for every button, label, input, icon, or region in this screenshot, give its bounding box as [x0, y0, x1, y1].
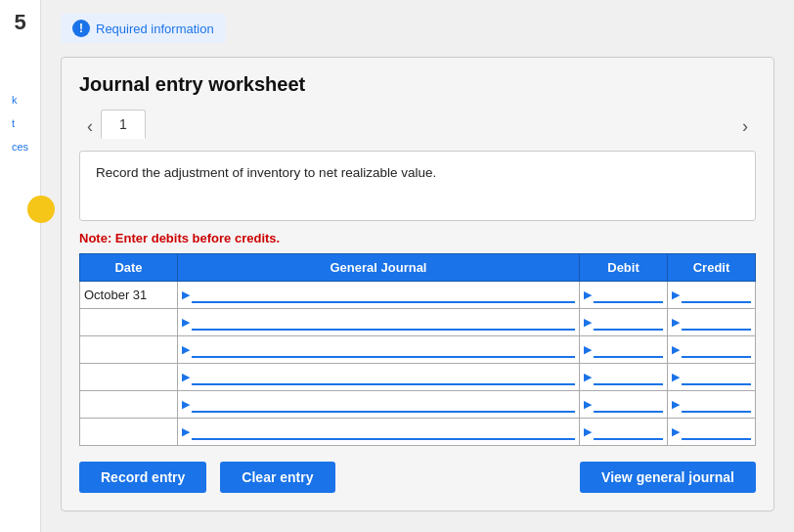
tab-navigation: ‹ 1 ›: [79, 110, 756, 139]
journal-input-4[interactable]: [192, 396, 575, 413]
table-row: ▶▶▶: [80, 336, 756, 364]
sidebar-links: k t ces: [12, 94, 28, 153]
clear-entry-button[interactable]: Clear entry: [220, 462, 334, 493]
journal-cell-0[interactable]: ▶: [178, 282, 580, 309]
worksheet-title: Journal entry worksheet: [79, 73, 756, 96]
sidebar-number: 5: [14, 10, 25, 35]
note-text: Note: Enter debits before credits.: [79, 231, 756, 245]
journal-cell-5[interactable]: ▶: [178, 419, 580, 446]
journal-table: Date General Journal Debit Credit Octobe…: [79, 253, 756, 446]
table-row: ▶▶▶: [80, 309, 756, 336]
sidebar: 5 k t ces: [0, 0, 41, 532]
worksheet-card: Journal entry worksheet ‹ 1 › Record the…: [61, 57, 774, 511]
note-prefix: Note:: [79, 231, 111, 245]
sidebar-link-2[interactable]: t: [12, 117, 28, 129]
journal-cell-3[interactable]: ▶: [178, 364, 580, 391]
debit-cell-3[interactable]: ▶: [580, 364, 668, 391]
credit-cell-1[interactable]: ▶: [668, 309, 756, 336]
info-icon: !: [72, 20, 90, 37]
required-info-bar: ! Required information: [61, 14, 226, 43]
col-header-debit: Debit: [580, 254, 668, 282]
journal-input-2[interactable]: [192, 341, 575, 358]
journal-input-5[interactable]: [192, 423, 575, 440]
note-body: Enter debits before credits.: [115, 231, 280, 245]
debit-cell-4[interactable]: ▶: [580, 391, 668, 419]
credit-cell-5[interactable]: ▶: [668, 419, 756, 446]
date-cell-3: [80, 364, 178, 391]
credit-cell-0[interactable]: ▶: [668, 282, 756, 309]
table-row: ▶▶▶: [80, 391, 756, 419]
table-row: ▶▶▶: [80, 419, 756, 446]
date-cell-5: [80, 419, 178, 446]
credit-input-4[interactable]: [682, 396, 751, 413]
sidebar-link-3[interactable]: ces: [12, 141, 28, 153]
date-cell-0: October 31: [80, 282, 178, 309]
credit-input-2[interactable]: [682, 341, 751, 358]
action-buttons: Record entry Clear entry View general jo…: [79, 462, 756, 493]
journal-input-1[interactable]: [192, 314, 575, 331]
debit-input-3[interactable]: [594, 369, 663, 385]
journal-cell-4[interactable]: ▶: [178, 391, 580, 419]
col-header-journal: General Journal: [178, 254, 580, 282]
table-row: ▶▶▶: [80, 364, 756, 391]
tab-1[interactable]: 1: [101, 110, 146, 139]
credit-input-0[interactable]: [682, 287, 751, 303]
credit-input-1[interactable]: [682, 314, 751, 331]
tab-prev-button[interactable]: ‹: [79, 113, 101, 139]
date-cell-1: [80, 309, 178, 336]
debit-input-1[interactable]: [594, 314, 663, 331]
debit-input-5[interactable]: [594, 423, 663, 440]
journal-input-0[interactable]: [192, 287, 575, 303]
journal-input-3[interactable]: [192, 369, 575, 385]
debit-cell-5[interactable]: ▶: [580, 419, 668, 446]
required-info-text: Required information: [96, 22, 214, 36]
credit-cell-3[interactable]: ▶: [668, 364, 756, 391]
table-row: October 31▶▶▶: [80, 282, 756, 309]
view-general-journal-button[interactable]: View general journal: [580, 462, 756, 493]
record-entry-button[interactable]: Record entry: [79, 462, 206, 493]
tab-next-button[interactable]: ›: [734, 113, 756, 139]
debit-cell-2[interactable]: ▶: [580, 336, 668, 364]
credit-cell-4[interactable]: ▶: [668, 391, 756, 419]
col-header-date: Date: [80, 254, 178, 282]
date-cell-4: [80, 391, 178, 419]
debit-input-0[interactable]: [594, 287, 663, 303]
description-box: Record the adjustment of inventory to ne…: [79, 151, 756, 221]
sidebar-link-1[interactable]: k: [12, 94, 28, 106]
credit-input-3[interactable]: [682, 369, 751, 385]
credit-cell-2[interactable]: ▶: [668, 336, 756, 364]
journal-cell-1[interactable]: ▶: [178, 309, 580, 336]
date-cell-2: [80, 336, 178, 364]
credit-input-5[interactable]: [682, 423, 751, 440]
col-header-credit: Credit: [668, 254, 756, 282]
debit-input-4[interactable]: [594, 396, 663, 413]
journal-cell-2[interactable]: ▶: [178, 336, 580, 364]
debit-cell-1[interactable]: ▶: [580, 309, 668, 336]
debit-cell-0[interactable]: ▶: [580, 282, 668, 309]
debit-input-2[interactable]: [594, 341, 663, 358]
main-content: ! Required information Journal entry wor…: [41, 0, 794, 525]
